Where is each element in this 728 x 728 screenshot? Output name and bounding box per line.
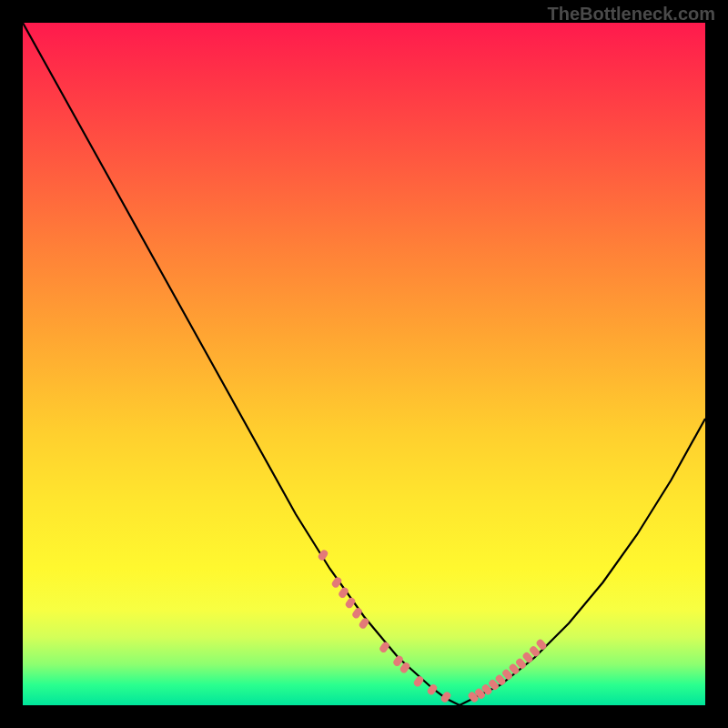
bottleneck-curve [23, 23, 705, 705]
outer-frame: TheBottleneck.com [0, 0, 728, 728]
watermark-label: TheBottleneck.com [548, 4, 715, 25]
chart-svg [23, 23, 705, 705]
plot-area [23, 23, 705, 705]
marker-cluster-left [317, 549, 451, 703]
curve-marker [330, 576, 342, 589]
curve-marker [338, 586, 349, 599]
curve-marker [358, 617, 369, 630]
curve-marker [379, 641, 390, 653]
marker-cluster-right [467, 638, 548, 703]
curve-marker [351, 607, 363, 620]
curve-marker [412, 675, 424, 688]
curve-marker [344, 596, 356, 609]
